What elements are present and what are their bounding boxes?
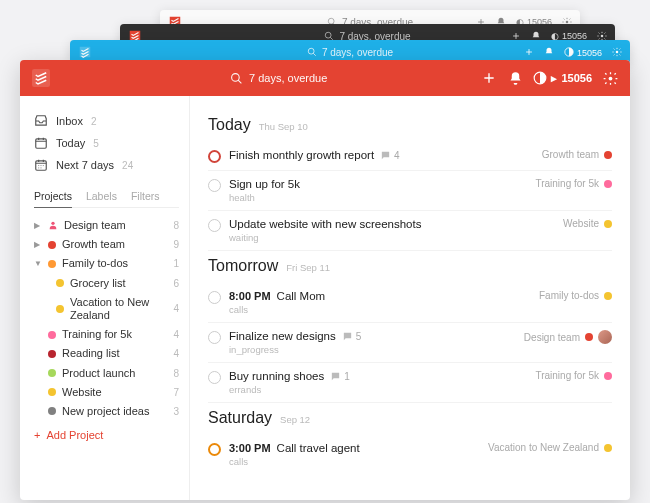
task-comments[interactable]: 1	[330, 371, 350, 382]
bell-icon	[544, 47, 554, 57]
add-project-button[interactable]: + Add Project	[34, 429, 179, 441]
svg-point-1	[566, 21, 569, 24]
task-project-link[interactable]: Training for 5k	[535, 178, 612, 189]
project-color-dot	[604, 372, 612, 380]
assignee-avatar[interactable]	[598, 330, 612, 344]
search-input[interactable]: 7 days, overdue	[230, 72, 327, 85]
project-color-dot	[604, 292, 612, 300]
expand-arrow-icon[interactable]: ▶	[34, 221, 42, 230]
quick-add-button[interactable]	[481, 70, 497, 86]
section-date: Fri Sep 11	[286, 262, 330, 273]
logo-icon	[78, 45, 92, 59]
project-item[interactable]: ▶Growth team9	[34, 235, 179, 254]
task-project-name: Design team	[524, 332, 580, 343]
task-project-name: Growth team	[542, 149, 599, 160]
project-count: 6	[173, 278, 179, 289]
project-color-dot	[604, 220, 612, 228]
project-name: Vacation to New Zealand	[70, 296, 167, 322]
task-text: Sign up for 5k	[229, 178, 300, 190]
nav-next7[interactable]: Next 7 days 24	[34, 154, 179, 176]
project-subitem[interactable]: Grocery list6	[34, 274, 179, 293]
project-item[interactable]: Reading list4	[34, 344, 179, 363]
project-color-dot	[48, 241, 56, 249]
task-checkbox[interactable]	[208, 179, 221, 192]
nav-today[interactable]: Today 5	[34, 132, 179, 154]
calendar-today-icon	[34, 136, 48, 150]
nav-label: Next 7 days	[56, 159, 114, 171]
app-logo-icon[interactable]	[32, 69, 50, 87]
project-name: Design team	[64, 219, 167, 232]
task-checkbox[interactable]	[208, 150, 221, 163]
task-comments[interactable]: 5	[342, 331, 362, 342]
search-text: 7 days, overdue	[249, 72, 327, 84]
section-header: TomorrowFri Sep 11	[208, 257, 612, 275]
task-row[interactable]: Sign up for 5khealthTraining for 5k	[208, 171, 612, 211]
task-project-link[interactable]: Website	[563, 218, 612, 229]
section-header: SaturdaySep 12	[208, 409, 612, 427]
project-item[interactable]: ▼Family to-dos1	[34, 254, 179, 273]
project-name: Family to-dos	[62, 257, 167, 270]
project-color-dot	[48, 260, 56, 268]
task-time: 8:00 PM	[229, 290, 271, 302]
project-name: Grocery list	[70, 277, 167, 290]
task-checkbox[interactable]	[208, 331, 221, 344]
task-text: Buy running shoes	[229, 370, 324, 382]
person-icon	[48, 220, 58, 232]
task-comments[interactable]: 4	[380, 150, 400, 161]
task-row[interactable]: 3:00 PMCall travel agentcallsVacation to…	[208, 435, 612, 474]
section-title: Today	[208, 116, 251, 134]
project-item[interactable]: New project ideas3	[34, 402, 179, 421]
expand-arrow-icon[interactable]: ▶	[34, 240, 42, 249]
project-list: ▶Design team8▶Growth team9▼Family to-dos…	[34, 216, 179, 421]
project-subitem[interactable]: Vacation to New Zealand4	[34, 293, 179, 325]
task-row[interactable]: Buy running shoes1errandsTraining for 5k	[208, 363, 612, 403]
nav-inbox[interactable]: Inbox 2	[34, 110, 179, 132]
task-project-link[interactable]: Training for 5k	[535, 370, 612, 381]
nav-count: 5	[93, 138, 99, 149]
task-project-link[interactable]: Growth team	[542, 149, 612, 160]
task-project-link[interactable]: Vacation to New Zealand	[488, 442, 612, 453]
task-label: calls	[229, 456, 480, 467]
task-checkbox[interactable]	[208, 291, 221, 304]
task-text: Call Mom	[277, 290, 326, 302]
inbox-icon	[34, 114, 48, 128]
svg-point-10	[608, 76, 612, 80]
task-project-link[interactable]: Design team	[524, 330, 612, 344]
notifications-button[interactable]	[507, 70, 523, 86]
app-window: 7 days, overdue ▸15056 Inbox 2 Today	[20, 60, 630, 500]
project-color-dot	[604, 180, 612, 188]
project-item[interactable]: Website7	[34, 383, 179, 402]
task-row[interactable]: Update website with new screenshotswaiti…	[208, 211, 612, 251]
plus-icon	[524, 47, 534, 57]
tab-projects[interactable]: Projects	[34, 190, 72, 208]
task-project-link[interactable]: Family to-dos	[539, 290, 612, 301]
sidebar: Inbox 2 Today 5 Next 7 days 24 Projects …	[20, 96, 190, 500]
svg-point-4	[308, 48, 314, 54]
section-date: Thu Sep 10	[259, 121, 308, 132]
section-title: Saturday	[208, 409, 272, 427]
task-project-name: Training for 5k	[535, 178, 599, 189]
svg-point-13	[51, 221, 54, 224]
task-text: Finalize new designs	[229, 330, 336, 342]
expand-arrow-icon[interactable]: ▼	[34, 259, 42, 268]
svg-point-6	[616, 51, 619, 54]
project-item[interactable]: Training for 5k4	[34, 325, 179, 344]
settings-button[interactable]	[602, 70, 618, 86]
project-item[interactable]: Product launch8	[34, 364, 179, 383]
task-row[interactable]: 8:00 PMCall MomcallsFamily to-dos	[208, 283, 612, 323]
task-project-name: Family to-dos	[539, 290, 599, 301]
project-color-dot	[48, 331, 56, 339]
tab-filters[interactable]: Filters	[131, 190, 160, 207]
project-item[interactable]: ▶Design team8	[34, 216, 179, 235]
project-name: Growth team	[62, 238, 167, 251]
karma-button[interactable]: ▸15056	[533, 71, 592, 85]
tab-labels[interactable]: Labels	[86, 190, 117, 207]
task-row[interactable]: Finish monthly growth report4Growth team	[208, 142, 612, 171]
task-checkbox[interactable]	[208, 219, 221, 232]
task-checkbox[interactable]	[208, 443, 221, 456]
task-row[interactable]: Finalize new designs5in_progressDesign t…	[208, 323, 612, 363]
task-text: Update website with new screenshots	[229, 218, 421, 230]
task-label: in_progress	[229, 344, 516, 355]
task-checkbox[interactable]	[208, 371, 221, 384]
calendar-week-icon	[34, 158, 48, 172]
